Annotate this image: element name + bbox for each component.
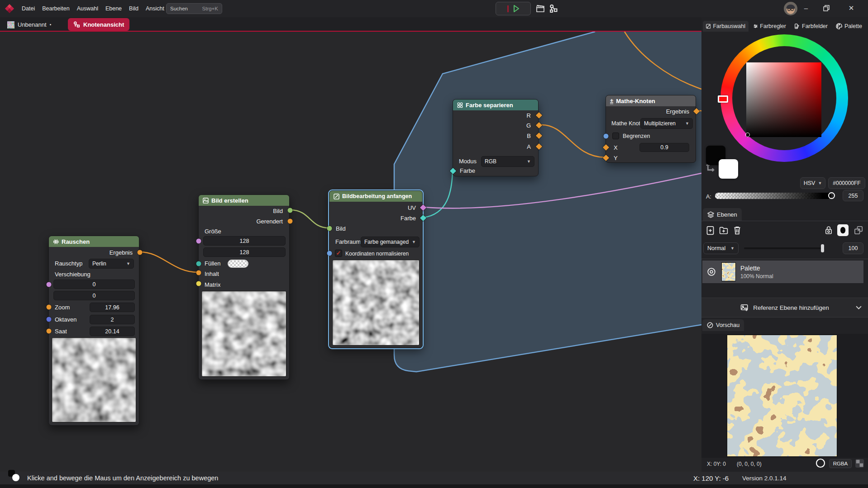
tab-farbregler[interactable]: Farbregler xyxy=(750,21,789,32)
output-r-label: R xyxy=(527,112,531,119)
node-graph-canvas[interactable]: Rauschen Ergebnis Rauschtyp Perlin▼ Vers… xyxy=(0,32,701,472)
verschiebung-x-field[interactable]: 0 xyxy=(53,280,135,289)
node-mathe-knoten[interactable]: ± Mathe-Knoten Ergebnis Mathe Knot Multi… xyxy=(606,95,696,163)
frame-region[interactable] xyxy=(394,32,701,372)
verschiebung-y-field[interactable]: 0 xyxy=(53,291,135,300)
lock-layer-button[interactable] xyxy=(823,224,835,236)
hex-color-field[interactable]: #000000FF xyxy=(828,177,865,189)
layer-opacity-field[interactable]: 100 xyxy=(843,242,863,254)
add-group-button[interactable] xyxy=(718,224,730,236)
mathe-op-dropdown[interactable]: Multiplizieren▼ xyxy=(640,118,693,129)
color-mode-dropdown[interactable]: HSV▼ xyxy=(800,177,825,189)
node-bildbearbeitung-header[interactable]: Bildbearbeitung anfangen xyxy=(329,191,422,202)
menu-datei[interactable]: Datei xyxy=(18,4,38,14)
saat-field[interactable]: 20.14 xyxy=(90,327,135,336)
layer-visibility-eye-icon[interactable] xyxy=(707,267,716,276)
port-in-bild[interactable] xyxy=(327,226,332,231)
port-in-saat[interactable] xyxy=(47,329,52,334)
port-out-gerendert[interactable] xyxy=(288,219,293,224)
node-bildbearbeitung-anfangen[interactable]: Bildbearbeitung anfangen UV Farbe Bild F… xyxy=(329,190,423,348)
avatar[interactable] xyxy=(784,2,797,15)
layers-section-tab[interactable]: Ebenen xyxy=(703,208,742,221)
tab-palette[interactable]: Palette xyxy=(833,21,867,32)
wire-ergebnis-inhalt[interactable] xyxy=(140,252,198,272)
x-field[interactable]: 0.9 xyxy=(639,143,689,152)
menu-auswahl[interactable]: Auswahl xyxy=(73,4,102,14)
tab-farbfelder[interactable]: Farbfelder xyxy=(791,21,831,32)
preview-section-tab[interactable]: Vorschau xyxy=(702,319,744,331)
animation-clapper-icon[interactable] xyxy=(536,5,545,13)
alpha-slider-handle[interactable] xyxy=(828,192,835,199)
port-in-begrenzen[interactable] xyxy=(604,134,609,139)
node-mathe-title: Mathe-Knoten xyxy=(616,98,655,104)
alpha-value-field[interactable]: 255 xyxy=(843,190,863,201)
menu-ebene[interactable]: Ebene xyxy=(102,4,125,14)
port-in-inhalt[interactable] xyxy=(196,270,201,275)
preview-color-circle-icon[interactable] xyxy=(816,458,825,468)
output-uv-label: UV xyxy=(408,204,416,211)
rauschtyp-dropdown[interactable]: Perlin▼ xyxy=(89,259,134,269)
transparency-toggle-icon[interactable] xyxy=(855,459,864,468)
node-rauschen-header[interactable]: Rauschen xyxy=(49,236,139,247)
port-in-koordinaten[interactable] xyxy=(327,251,332,256)
menu-ansicht[interactable]: Ansicht xyxy=(142,4,168,14)
alpha-lock-button[interactable] xyxy=(837,224,849,236)
app-logo-icon[interactable] xyxy=(5,4,14,14)
delete-layer-button[interactable] xyxy=(731,224,743,236)
node-bild-erstellen[interactable]: Bild erstellen Bild Gerendert Größe 128 … xyxy=(198,194,290,380)
port-in-zoom[interactable] xyxy=(47,305,52,310)
modus-label: Modus xyxy=(459,158,477,165)
port-in-oktaven[interactable] xyxy=(47,317,52,322)
layer-opacity-slider[interactable] xyxy=(744,247,825,249)
fuellen-color-swatch[interactable] xyxy=(228,260,248,268)
tab-farbauswahl[interactable]: Farbauswahl xyxy=(703,21,749,32)
sv-cursor[interactable] xyxy=(745,133,750,137)
menu-bild[interactable]: Bild xyxy=(125,4,142,14)
blend-mode-dropdown[interactable]: Normal▼ xyxy=(703,242,739,254)
reference-image-icon xyxy=(740,304,749,312)
oktaven-field[interactable]: 2 xyxy=(90,315,135,324)
add-layer-button[interactable] xyxy=(704,224,716,236)
link-cels-button[interactable] xyxy=(853,224,864,236)
play-controls[interactable] xyxy=(496,2,531,15)
width-field[interactable]: 128 xyxy=(203,236,286,246)
height-field[interactable]: 128 xyxy=(203,247,286,257)
statusbar-color-swatches[interactable] xyxy=(7,469,21,483)
close-button[interactable]: ✕ xyxy=(844,4,858,12)
saturation-value-square[interactable] xyxy=(746,62,821,137)
port-in-groesse[interactable] xyxy=(196,239,201,244)
port-in-fuellen[interactable] xyxy=(196,261,201,266)
begrenzen-checkbox[interactable] xyxy=(612,133,619,139)
node-graph-icon[interactable] xyxy=(549,4,558,13)
minimize-button[interactable]: – xyxy=(799,4,813,12)
port-in-verschiebung[interactable] xyxy=(47,282,52,287)
node-farbe-separieren-title: Farbe separieren xyxy=(466,102,513,109)
menu-bearbeiten[interactable]: Bearbeiten xyxy=(38,4,73,14)
port-out-bild[interactable] xyxy=(288,208,293,213)
alpha-slider[interactable] xyxy=(715,193,832,199)
hue-marker[interactable] xyxy=(718,95,728,103)
port-out-ergebnis[interactable] xyxy=(138,250,143,255)
add-reference-layer-row[interactable]: Referenz Ebene hinzufügen xyxy=(701,298,868,317)
tab-document-unbenannt[interactable]: Unbenannt • xyxy=(3,19,56,31)
koordinaten-checkbox[interactable]: ✓ xyxy=(335,250,342,257)
node-farbe-separieren[interactable]: Farbe separieren R G B A Modus RGB▼ Farb… xyxy=(453,99,539,176)
node-mathe-header[interactable]: ± Mathe-Knoten xyxy=(606,95,696,106)
preview-icon xyxy=(707,322,713,328)
search-input[interactable]: Suchen Strg+K xyxy=(166,3,222,14)
node-bild-erstellen-header[interactable]: Bild erstellen xyxy=(199,195,289,206)
zoom-field[interactable]: 17.96 xyxy=(90,303,135,312)
node-farbe-separieren-header[interactable]: Farbe separieren xyxy=(453,99,538,110)
layer-row-palette[interactable]: Palette 100% Normal xyxy=(702,261,863,283)
layer-opacity-handle[interactable] xyxy=(821,244,824,252)
wire-bild-bild[interactable] xyxy=(290,210,329,228)
port-in-matrix[interactable] xyxy=(196,281,201,286)
restore-button[interactable] xyxy=(823,5,830,12)
rgba-mode-button[interactable]: RGBA xyxy=(829,459,852,468)
tab-knotenansicht[interactable]: Knotenansicht xyxy=(68,18,129,31)
farbraum-dropdown[interactable]: Farbe gemanaged▼ xyxy=(361,237,420,247)
play-icon[interactable] xyxy=(513,5,520,12)
secondary-color-swatch[interactable] xyxy=(719,159,738,179)
node-rauschen[interactable]: Rauschen Ergebnis Rauschtyp Perlin▼ Vers… xyxy=(48,236,139,426)
modus-dropdown[interactable]: RGB▼ xyxy=(481,156,534,167)
